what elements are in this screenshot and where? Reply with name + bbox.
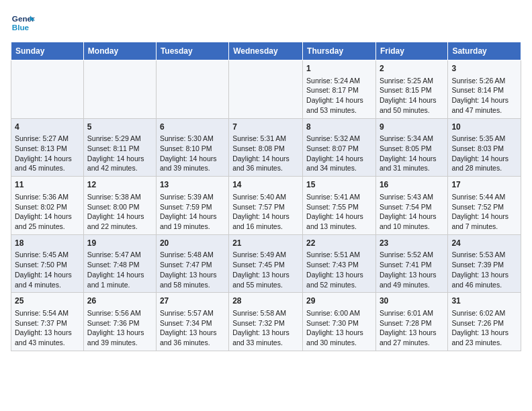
day-info: Daylight: 14 hours bbox=[451, 95, 517, 105]
day-header-wednesday: Wednesday bbox=[229, 42, 303, 60]
day-info: and 10 minutes. bbox=[380, 222, 444, 232]
day-info: and 53 minutes. bbox=[306, 105, 372, 116]
day-info: and 31 minutes. bbox=[380, 163, 444, 173]
day-info: and 1 minute. bbox=[87, 280, 152, 290]
day-info: Daylight: 14 hours bbox=[306, 95, 372, 105]
calendar-cell: 19Sunrise: 5:47 AMSunset: 7:48 PMDayligh… bbox=[83, 234, 156, 293]
day-header-friday: Friday bbox=[375, 42, 447, 60]
day-info: Sunset: 8:07 PM bbox=[306, 144, 372, 154]
day-info: Sunset: 7:47 PM bbox=[160, 260, 225, 270]
day-info: Sunrise: 5:43 AM bbox=[380, 192, 444, 202]
day-info: and 30 minutes. bbox=[306, 338, 372, 348]
calendar-week-row: 18Sunrise: 5:45 AMSunset: 7:50 PMDayligh… bbox=[11, 234, 521, 293]
day-info: Sunrise: 5:56 AM bbox=[87, 308, 152, 318]
day-info: Sunset: 7:28 PM bbox=[380, 318, 444, 328]
day-info: Sunset: 7:50 PM bbox=[15, 260, 80, 270]
day-info: Daylight: 13 hours bbox=[160, 270, 225, 280]
day-info: Daylight: 13 hours bbox=[451, 328, 517, 338]
day-info: Daylight: 13 hours bbox=[87, 328, 152, 338]
day-info: Sunrise: 5:51 AM bbox=[306, 250, 372, 260]
day-header-thursday: Thursday bbox=[303, 42, 376, 60]
day-info: Sunrise: 5:49 AM bbox=[232, 250, 299, 260]
calendar-cell: 8Sunrise: 5:32 AMSunset: 8:07 PMDaylight… bbox=[303, 118, 376, 177]
day-info: Sunset: 7:55 PM bbox=[306, 202, 372, 212]
day-info: Sunrise: 5:31 AM bbox=[232, 134, 299, 144]
calendar-week-row: 11Sunrise: 5:36 AMSunset: 8:02 PMDayligh… bbox=[11, 177, 521, 235]
day-number: 17 bbox=[451, 179, 517, 191]
day-info: Sunrise: 5:58 AM bbox=[232, 308, 299, 318]
day-info: Daylight: 13 hours bbox=[232, 328, 299, 338]
day-info: Daylight: 13 hours bbox=[306, 328, 372, 338]
day-info: and 50 minutes. bbox=[380, 105, 444, 116]
day-info: Daylight: 14 hours bbox=[380, 95, 444, 105]
day-info: and 55 minutes. bbox=[232, 280, 299, 290]
day-info: Daylight: 14 hours bbox=[15, 154, 80, 164]
day-info: and 47 minutes. bbox=[451, 105, 517, 116]
day-number: 8 bbox=[306, 122, 372, 133]
day-info: Daylight: 13 hours bbox=[15, 328, 80, 338]
day-number: 31 bbox=[451, 295, 517, 307]
day-info: Sunset: 7:39 PM bbox=[451, 260, 517, 270]
day-info: Daylight: 13 hours bbox=[380, 328, 444, 338]
day-info: Sunrise: 5:36 AM bbox=[15, 192, 80, 202]
calendar-week-row: 4Sunrise: 5:27 AMSunset: 8:13 PMDaylight… bbox=[11, 118, 521, 177]
day-info: and 39 minutes. bbox=[87, 338, 152, 348]
day-info: and 16 minutes. bbox=[232, 222, 299, 232]
day-info: Daylight: 13 hours bbox=[232, 270, 299, 280]
calendar-cell: 29Sunrise: 6:00 AMSunset: 7:30 PMDayligh… bbox=[303, 293, 376, 351]
day-info: Sunrise: 5:30 AM bbox=[160, 134, 225, 144]
logo: General Blue bbox=[11, 11, 38, 35]
svg-text:Blue: Blue bbox=[12, 23, 30, 32]
day-info: Sunrise: 5:45 AM bbox=[15, 250, 80, 260]
day-info: Sunset: 7:59 PM bbox=[160, 202, 225, 212]
day-info: Sunrise: 5:52 AM bbox=[380, 250, 444, 260]
calendar-cell bbox=[83, 60, 156, 119]
day-number: 26 bbox=[87, 295, 152, 307]
day-info: and 28 minutes. bbox=[451, 163, 517, 173]
day-info: and 43 minutes. bbox=[15, 338, 80, 348]
day-number: 25 bbox=[15, 295, 80, 307]
day-info: and 49 minutes. bbox=[380, 280, 444, 290]
day-info: Daylight: 14 hours bbox=[451, 212, 517, 222]
day-number: 12 bbox=[87, 179, 152, 191]
day-number: 28 bbox=[232, 295, 299, 307]
calendar-cell: 25Sunrise: 5:54 AMSunset: 7:37 PMDayligh… bbox=[11, 293, 84, 351]
day-info: Sunset: 7:26 PM bbox=[451, 318, 517, 328]
day-info: and 39 minutes. bbox=[160, 163, 225, 173]
day-info: Sunrise: 5:34 AM bbox=[380, 134, 444, 144]
day-info: Sunset: 8:15 PM bbox=[380, 85, 444, 95]
day-number: 6 bbox=[160, 122, 225, 133]
day-info: Sunset: 7:54 PM bbox=[380, 202, 444, 212]
day-number: 22 bbox=[306, 238, 372, 249]
day-info: Sunset: 8:14 PM bbox=[451, 85, 517, 95]
day-info: and 52 minutes. bbox=[306, 280, 372, 290]
day-info: Sunrise: 6:02 AM bbox=[451, 308, 517, 318]
day-info: Sunset: 7:34 PM bbox=[160, 318, 225, 328]
day-info: and 22 minutes. bbox=[87, 222, 152, 232]
day-info: Daylight: 14 hours bbox=[87, 212, 152, 222]
day-info: Sunrise: 5:29 AM bbox=[87, 134, 152, 144]
day-info: Sunset: 7:37 PM bbox=[15, 318, 80, 328]
day-number: 1 bbox=[306, 63, 372, 75]
day-info: and 7 minutes. bbox=[451, 222, 517, 232]
calendar-cell bbox=[156, 60, 228, 119]
day-info: Sunset: 7:45 PM bbox=[232, 260, 299, 270]
calendar-cell: 23Sunrise: 5:52 AMSunset: 7:41 PMDayligh… bbox=[375, 234, 447, 293]
day-info: Sunset: 8:08 PM bbox=[232, 144, 299, 154]
calendar-cell: 14Sunrise: 5:40 AMSunset: 7:57 PMDayligh… bbox=[229, 177, 303, 235]
day-number: 11 bbox=[15, 179, 80, 191]
day-info: Sunrise: 5:40 AM bbox=[232, 192, 299, 202]
day-number: 18 bbox=[15, 238, 80, 249]
day-number: 19 bbox=[87, 238, 152, 249]
calendar-cell: 2Sunrise: 5:25 AMSunset: 8:15 PMDaylight… bbox=[375, 60, 447, 119]
day-number: 10 bbox=[451, 122, 517, 133]
day-info: and 19 minutes. bbox=[160, 222, 225, 232]
calendar-cell: 18Sunrise: 5:45 AMSunset: 7:50 PMDayligh… bbox=[11, 234, 84, 293]
day-info: and 27 minutes. bbox=[380, 338, 444, 348]
day-info: Sunset: 8:11 PM bbox=[87, 144, 152, 154]
calendar-cell: 3Sunrise: 5:26 AMSunset: 8:14 PMDaylight… bbox=[448, 60, 521, 119]
day-number: 20 bbox=[160, 238, 225, 249]
day-info: and 36 minutes. bbox=[160, 338, 225, 348]
day-info: Sunrise: 5:39 AM bbox=[160, 192, 225, 202]
day-header-sunday: Sunday bbox=[11, 42, 84, 60]
